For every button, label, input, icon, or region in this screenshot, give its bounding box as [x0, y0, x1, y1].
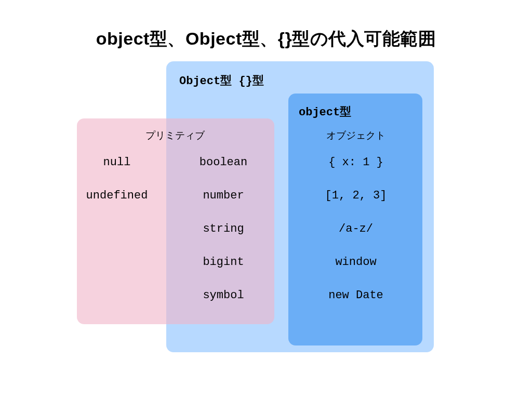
item-array: [1, 2, 3]	[299, 189, 413, 202]
item-obj-literal: { x: 1 }	[299, 156, 413, 169]
label-object-values: オブジェクト	[304, 129, 408, 142]
item-new-date: new Date	[299, 289, 413, 302]
item-null: null	[83, 156, 151, 169]
item-regex: /a-z/	[299, 222, 413, 235]
item-undefined: undefined	[73, 189, 161, 202]
item-boolean: boolean	[182, 156, 265, 169]
label-object-lowercase: object型	[299, 104, 351, 119]
diagram-title: object型、Object型、{}型の代入可能範囲	[0, 27, 532, 51]
label-primitive: プリミティブ	[126, 129, 224, 142]
item-bigint: bigint	[182, 256, 265, 269]
item-string: string	[182, 222, 265, 235]
diagram-stage: object型、Object型、{}型の代入可能範囲 Object型 {}型 o…	[0, 0, 532, 399]
item-number: number	[182, 189, 265, 202]
item-window: window	[299, 256, 413, 269]
label-object-capital: Object型 {}型	[179, 73, 264, 88]
item-symbol: symbol	[182, 289, 265, 302]
